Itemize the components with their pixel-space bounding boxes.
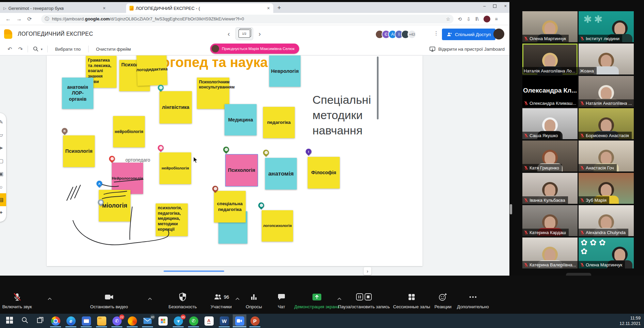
chrome-icon[interactable] <box>49 314 62 327</box>
open-on-jamboard-device-button[interactable]: Відкрити на пристрої Jamboard <box>429 46 505 52</box>
sticky-note[interactable]: логопсихологія <box>262 210 293 242</box>
browser-tab[interactable]: ЛОГОПЕДИЧНИЙ ЕКСПРЕС - (× <box>126 3 273 13</box>
telegram-icon[interactable]: ➤95 <box>171 314 185 327</box>
back-icon[interactable]: ← <box>5 16 11 22</box>
mail-icon[interactable]: 40 <box>141 314 154 327</box>
participant-tile[interactable]: Наталія Анатоліївна ... <box>579 76 634 107</box>
scroll-right-button[interactable]: › <box>364 267 371 275</box>
history-icon[interactable]: ⟲ <box>458 16 462 22</box>
participant-tile[interactable]: Іванка Кульбаєва <box>522 173 578 204</box>
start-icon[interactable] <box>3 314 16 327</box>
firefox-icon[interactable] <box>125 314 139 327</box>
word-icon[interactable]: W <box>217 314 231 327</box>
sticky-note-tool[interactable]: ▢ <box>0 154 6 167</box>
tab-close-icon[interactable]: × <box>103 5 106 11</box>
participant-tile[interactable]: Анастасія Гоч <box>579 141 634 171</box>
more-collaborators-count[interactable]: +43 <box>408 30 416 39</box>
sticky-note[interactable]: педагогіка <box>263 107 295 138</box>
frame-indicator[interactable]: 1/2 <box>235 27 253 40</box>
participant-tile[interactable]: Жоана <box>579 44 634 75</box>
address-input[interactable]: ⓘ https://jamboard.google.com/d/1qinzOL8… <box>41 15 454 23</box>
more-options-icon[interactable]: ⋮ <box>433 30 439 36</box>
undo-icon[interactable]: ↶ <box>7 46 12 52</box>
forward-icon[interactable]: → <box>16 16 22 22</box>
account-avatar[interactable] <box>493 29 504 39</box>
collaborator-avatars[interactable]: ЄAI+43 <box>378 30 416 39</box>
edge-icon[interactable]: e <box>64 314 78 327</box>
vertical-scrollbar[interactable] <box>377 56 379 119</box>
board-side-text[interactable]: Спеціальніметодикинавчання <box>312 92 371 138</box>
toolbar-camera-button[interactable]: Остановить видео <box>77 292 141 309</box>
zoom-icon[interactable] <box>33 46 39 52</box>
library-icon[interactable]: ‖\ <box>475 16 479 22</box>
sticky-note[interactable]: нейробіологія <box>159 152 191 184</box>
next-frame-icon[interactable]: › <box>259 30 261 38</box>
reader-icon[interactable]: A <box>202 314 216 327</box>
participant-tile[interactable]: ✱✱Інститут людини <box>579 11 634 42</box>
participant-tile[interactable]: Борисенко Анастасія <box>579 108 634 139</box>
zoom-dropdown-icon[interactable]: ▾ <box>41 47 43 51</box>
sticky-note[interactable]: Неврологія <box>269 55 301 87</box>
laser-tool[interactable]: ✦ <box>0 206 6 219</box>
jamboard-document-title[interactable]: ЛОГОПЕДИЧНИЙ ЕКСПРЕС <box>18 31 93 37</box>
jamboard-frame[interactable]: Логопед та наука Спеціальніметодикинавча… <box>47 55 423 266</box>
participant-tile[interactable]: Катя Гриценко <box>522 141 578 171</box>
zoom-icon[interactable] <box>233 314 246 327</box>
sticky-note[interactable]: анатомія <box>265 158 297 190</box>
panel-resize-handle[interactable] <box>510 204 512 214</box>
image-tool[interactable]: ▣ <box>0 167 6 180</box>
select-tool[interactable]: ➤ <box>0 142 6 154</box>
tab-close-icon[interactable]: × <box>267 5 270 11</box>
sticky-note[interactable]: міологія <box>99 190 131 222</box>
sticky-note[interactable]: Нейрологопедія <box>112 163 143 194</box>
clear-frame-button[interactable]: Очистити фрейм <box>93 45 134 54</box>
site-info-icon[interactable]: ⓘ <box>45 16 49 22</box>
textbox-tool[interactable]: ▤ <box>0 193 6 206</box>
redo-icon[interactable]: ↷ <box>18 46 22 52</box>
sticky-note[interactable]: Філософія <box>308 157 340 188</box>
participant-tile[interactable]: Олена Мартинчук <box>522 11 578 42</box>
sticky-note[interactable]: логодидактика <box>136 55 167 86</box>
share-button[interactable]: Спільний Доступ <box>442 29 495 40</box>
search-icon[interactable] <box>18 314 32 327</box>
minimize-icon[interactable]: – <box>483 3 486 9</box>
downloads-icon[interactable]: ⇩ <box>466 16 471 22</box>
save-app-icon[interactable] <box>79 314 93 327</box>
sticky-note[interactable]: спеціальна педагогіка <box>214 191 246 223</box>
browser-profile-avatar[interactable] <box>484 16 490 22</box>
maximize-icon[interactable] <box>493 4 496 8</box>
eraser-tool[interactable]: ▱ <box>0 129 6 142</box>
sticky-note[interactable]: нейробіологія <box>113 116 145 147</box>
sticky-note[interactable]: Психологія <box>226 154 258 186</box>
participant-tile[interactable]: ✿ ✿ ✿ ✿Олена Мартинчук <box>579 237 634 268</box>
bookmark-star-icon[interactable]: ☆ <box>446 16 450 22</box>
participant-tile[interactable]: Зуб Марія <box>579 173 634 204</box>
store-icon[interactable] <box>156 314 170 327</box>
sticky-note[interactable]: Медицина <box>225 104 257 135</box>
sticky-note[interactable]: Психологія <box>63 135 95 167</box>
browser-tab[interactable]: ▷Gerenimot - генератор букв× <box>0 3 109 13</box>
toolbar-mic-muted-button[interactable]: Включить звук <box>0 292 49 309</box>
viber-icon[interactable]: ✆22 <box>110 314 124 327</box>
participant-tile[interactable]: Alexandra Chulynda <box>579 205 634 236</box>
close-icon[interactable]: × <box>504 3 507 9</box>
participant-tile[interactable]: Катерина Валеріївна... <box>522 237 578 268</box>
whatsapp-icon[interactable]: ✆ <box>187 314 200 327</box>
participant-tile[interactable]: Наталія Анатоліївна Ло... <box>522 44 578 75</box>
shape-tool[interactable]: ○ <box>0 180 6 193</box>
board-small-text[interactable]: ортопедаго <box>125 157 150 163</box>
select-background-button[interactable]: Вибрати тло <box>52 45 83 54</box>
participant-tile[interactable]: Саша Якушко <box>522 108 578 139</box>
explorer-icon[interactable] <box>95 314 108 327</box>
powerpoint-icon[interactable]: P <box>248 314 262 327</box>
pen-tool[interactable]: ✎ <box>0 116 6 129</box>
menu-icon[interactable]: ≡ <box>495 16 498 22</box>
reload-icon[interactable]: ⟳ <box>27 16 32 22</box>
new-tab-button[interactable]: + <box>277 4 281 12</box>
horizontal-scrollbar[interactable] <box>164 270 224 272</box>
participant-tile[interactable]: Катерина Кардаш <box>522 205 578 236</box>
participant-tile[interactable]: Олександра Кл...Олександра Климаш... <box>522 76 578 107</box>
sticky-note[interactable]: лінгвістика <box>159 91 192 124</box>
previous-frame-icon[interactable]: ‹ <box>228 30 230 38</box>
task-view-icon[interactable] <box>33 314 47 327</box>
